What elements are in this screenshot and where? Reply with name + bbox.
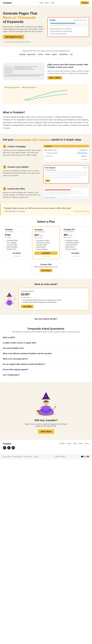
- faq-q-5: What is the Concierge add-on?: [3, 358, 28, 360]
- footer-link-terms[interactable]: Terms: [85, 442, 89, 444]
- step-3-description: Analyze your data campaign with confiden…: [3, 191, 41, 198]
- faq-q-4: What is the difference between Findable+…: [3, 352, 52, 354]
- svg-text:★: ★: [9, 294, 10, 296]
- feature-description: pSEO used to take SEO wizards months. Wi…: [47, 63, 89, 68]
- mock-ui-subtitle: Campaign Performance: [74, 19, 87, 21]
- footer-terms-link[interactable]: Terms of Use: [3, 456, 11, 458]
- footer-link-docs[interactable]: Docs: [79, 442, 83, 444]
- logos-label: Programmatic SEO is the magic used by th…: [3, 50, 89, 52]
- chart-label-position: Average Position #: [22, 87, 36, 88]
- faq-item-3[interactable]: How does Findable work? ›: [3, 346, 89, 351]
- footer-logo: Findable: [3, 442, 15, 445]
- footer-imprint-link[interactable]: Imprint: [34, 456, 39, 458]
- faq-item-7[interactable]: Do you offer ongoing support? ›: [3, 367, 89, 372]
- concierge-section: Need an extra wand? ★ ✦: [0, 279, 92, 315]
- faq-item-2[interactable]: Is pSEO a better version of regular SEO?…: [3, 340, 89, 346]
- feature-cta-button[interactable]: What is pSEO?: [47, 76, 62, 80]
- concierge-card: Concierge Add-On $1497 per campaign ✦Ful…: [19, 288, 89, 310]
- svg-text:✦: ✦: [44, 394, 45, 396]
- footer-link-product[interactable]: Product: [59, 442, 65, 444]
- logo-glassdoor: glassdoor: [28, 54, 36, 56]
- concierge-subtitle: Concierge Add-On: [21, 290, 87, 292]
- lost-section: ★ ✦ ✦ Still lost, traveller? Reach out t…: [0, 382, 92, 440]
- faq-arrow-8: ›: [89, 374, 89, 376]
- chart-label-keywords: Organic Keywords ©: [5, 87, 20, 88]
- svg-point-20: [46, 403, 47, 404]
- faq-q-8: Can I change plans?: [3, 374, 20, 376]
- plan-pro: Findable Pro Just the Marketer $97/month…: [62, 226, 89, 259]
- organic-chart: [5, 90, 87, 101]
- faq-item-1[interactable]: What is pSEO? ›: [3, 335, 89, 340]
- footer-flags: [81, 456, 89, 457]
- hero-cta-button[interactable]: Get Started For Free: [3, 35, 24, 39]
- logos-row: Shopify glassdoor Canva // wire zapier T…: [3, 54, 89, 56]
- footer-link-blog[interactable]: Blog: [74, 442, 77, 444]
- chart-container: Organic Keywords © Average Position #: [3, 84, 89, 104]
- lost-cta-button[interactable]: Get in Touch: [38, 430, 54, 434]
- plan-pro-cta[interactable]: Get Started: [64, 251, 87, 255]
- mock-campaigns-title: Campaigns: [45, 146, 52, 147]
- footer: Findable f t in Product About Blog Docs …: [0, 440, 92, 454]
- hero-right: findable Campaign Performance Package de…: [47, 17, 89, 37]
- plan-free-feature-3: ✦Save 200 Pages: [5, 244, 28, 246]
- hero-section: Generate Pages That Rank on Thousands of…: [0, 6, 92, 47]
- steps-headline: Get your programmatic SEO campaign start…: [3, 138, 89, 141]
- plan-plus-feature-5: ✦Premium Support: [34, 248, 58, 250]
- faq-arrow-5: ›: [89, 358, 89, 360]
- social-linkedin-icon[interactable]: in: [11, 446, 15, 450]
- faq-item-4[interactable]: What is the difference between Findable+…: [3, 351, 89, 356]
- social-facebook-icon[interactable]: f: [3, 446, 6, 450]
- faq-q-1: What is pSEO?: [3, 336, 15, 338]
- svg-text:✦: ✦: [55, 404, 57, 406]
- concierge-feature-1: ✦Full Campaign Setup We'll build your ca…: [21, 299, 87, 301]
- footer-links: Product About Blog Docs Terms: [59, 442, 89, 444]
- plan-plus-feature-3: ✦Save 500 Pages: [34, 244, 58, 246]
- faq-item-5[interactable]: What is the Concierge add-on? ›: [3, 356, 89, 362]
- svg-rect-4: [6, 296, 12, 297]
- footer-cookies-link[interactable]: Cookies Policy: [23, 456, 33, 458]
- footer-social: f t in: [3, 446, 15, 450]
- nav-link-blog[interactable]: Blog: [40, 2, 43, 4]
- svg-line-8: [14, 298, 15, 300]
- faq-item-6[interactable]: Do you support other platforms beside Wo…: [3, 362, 89, 367]
- custom-plan-cta[interactable]: Get in Touch: [40, 269, 52, 272]
- hero-headline-accent: Rank on Thousands: [3, 16, 36, 20]
- nav: Findable Blog About Docs Pricing: [0, 0, 92, 6]
- footer-link-about[interactable]: About: [67, 442, 71, 444]
- faq-q-7: Do you offer ongoing support?: [3, 368, 28, 370]
- social-twitter-icon[interactable]: t: [7, 446, 11, 450]
- concierge-feature-2: ✦Findable made Monthly management will b…: [21, 302, 87, 303]
- logo-canva: Canva: [38, 54, 43, 56]
- concierge-cta[interactable]: Learn More: [21, 305, 33, 308]
- faq-arrow-3: ›: [89, 347, 89, 349]
- feature-mock: [3, 63, 45, 80]
- faq-arrow-2: ›: [89, 342, 89, 344]
- custom-plan-desc: Need something tailored just for you?: [34, 266, 58, 268]
- nav-pricing-button[interactable]: Pricing: [80, 1, 89, 4]
- plan-free-cta[interactable]: Get Started: [5, 251, 28, 255]
- not-sure-section: Not sure which hat fits?: [0, 315, 92, 323]
- nav-logo[interactable]: Findable: [3, 2, 12, 4]
- step-2-number: 2: [3, 165, 6, 169]
- step-1-number: 1: [3, 145, 6, 148]
- step-3-mock: Analytics Dashboard: [43, 187, 89, 199]
- concierge-price-suffix: per campaign: [21, 296, 87, 298]
- plan-plus-feature-1: ✦Everything in Starter: [34, 240, 58, 242]
- step-2-description: Connect your website to Findable. Once c…: [3, 170, 41, 177]
- plan-plus-cta[interactable]: Get Started: [34, 252, 58, 255]
- faq-item-8[interactable]: Can I change plans? ›: [3, 372, 89, 378]
- nav-link-about[interactable]: About: [45, 2, 49, 4]
- faq-arrow-7: ›: [89, 368, 89, 371]
- plans-grid: Findable Just the Basics Free per month …: [3, 226, 89, 259]
- not-sure-title: Not sure which hat fits?: [3, 318, 89, 320]
- svg-point-2: [8, 296, 11, 300]
- nav-link-docs[interactable]: Docs: [51, 2, 55, 4]
- plan-plus-feature-2: ✦Unlimited Campaigns: [34, 242, 58, 244]
- footer-privacy-link[interactable]: Privacy Policy: [13, 456, 22, 458]
- faq-q-2: Is pSEO a better version of regular SEO?: [3, 342, 36, 344]
- logo-wire: // wire: [45, 54, 50, 56]
- step-2-title: Connect your website: [7, 166, 28, 168]
- mock-ui-title: findable: [49, 19, 56, 21]
- plan-pro-feature-1: ✦Everything in Starter: [64, 240, 87, 241]
- faq-subtitle: Find answers to frequently asked questio…: [3, 331, 89, 332]
